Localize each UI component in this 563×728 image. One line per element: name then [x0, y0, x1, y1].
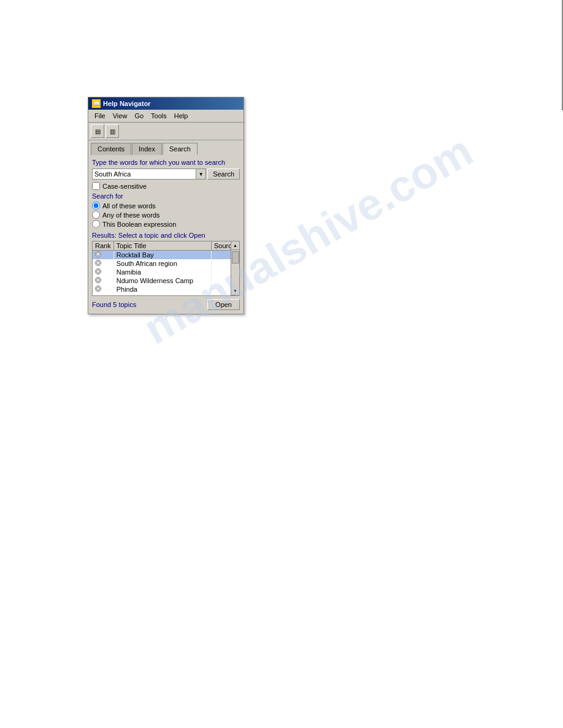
title-cell: Rocktail Bay: [113, 251, 211, 260]
results-table: Rank Topic Title Source Rocktail Bay Sou…: [93, 241, 239, 294]
table-row[interactable]: Rocktail Bay: [93, 251, 239, 260]
table-row[interactable]: Ndumo Wilderness Camp: [93, 276, 239, 285]
scrollbar-thumb[interactable]: [232, 251, 239, 264]
window-title: Help Navigator: [103, 100, 151, 107]
results-table-wrapper: Rank Topic Title Source Rocktail Bay Sou…: [92, 241, 240, 296]
case-sensitive-row: Case-sensitive: [92, 182, 240, 190]
search-input-wrapper: ▼: [92, 169, 206, 180]
rank-icon: [95, 251, 101, 257]
search-row: ▼ Search: [92, 169, 240, 180]
radio-all-words-row: All of these words: [92, 202, 240, 210]
open-button[interactable]: Open: [207, 299, 240, 310]
case-sensitive-checkbox[interactable]: [92, 182, 100, 190]
rank-cell: [93, 276, 113, 285]
title-cell: Namibia: [113, 268, 211, 276]
table-row[interactable]: Namibia: [93, 268, 239, 276]
search-for-label: Search for: [92, 192, 240, 200]
radio-any-words-row: Any of these words: [92, 211, 240, 219]
search-panel: Type the words for which you want to sea…: [88, 155, 243, 314]
radio-all-words-label: All of these words: [102, 202, 156, 210]
radio-boolean[interactable]: [92, 220, 100, 228]
found-topics-text: Found 5 topics: [92, 301, 136, 308]
help-navigator-window: 📖 Help Navigator File View Go Tools Help…: [88, 97, 244, 314]
menu-help[interactable]: Help: [170, 111, 192, 121]
radio-boolean-label: This Boolean expression: [102, 221, 176, 228]
case-sensitive-label: Case-sensitive: [102, 183, 147, 190]
search-dropdown-button[interactable]: ▼: [196, 169, 205, 179]
title-bar: 📖 Help Navigator: [88, 97, 243, 110]
toolbar-btn-1[interactable]: ▤: [91, 124, 104, 138]
menu-bar: File View Go Tools Help: [88, 110, 243, 123]
search-instruction: Type the words for which you want to sea…: [92, 159, 240, 166]
menu-view[interactable]: View: [109, 111, 131, 121]
radio-any-words-label: Any of these words: [102, 211, 160, 219]
search-button[interactable]: Search: [207, 169, 240, 180]
rank-icon: [95, 286, 101, 292]
table-row[interactable]: Phinda: [93, 285, 239, 294]
results-label: Results: Select a topic and click Open: [92, 232, 240, 239]
tab-search[interactable]: Search: [163, 143, 197, 155]
tab-index[interactable]: Index: [132, 143, 162, 155]
tab-contents[interactable]: Contents: [91, 143, 131, 155]
bottom-row: Found 5 topics Open: [92, 299, 240, 310]
title-cell: Ndumo Wilderness Camp: [113, 276, 211, 285]
scrollbar-up-button[interactable]: ▲: [231, 241, 239, 250]
rank-cell: [93, 268, 113, 276]
radio-any-words[interactable]: [92, 211, 100, 219]
toolbar-btn-2[interactable]: ▥: [105, 124, 119, 138]
toolbar: ▤ ▥: [88, 123, 243, 140]
radio-all-words[interactable]: [92, 202, 100, 210]
rank-cell: [93, 285, 113, 294]
scrollbar-down-button[interactable]: ▼: [231, 287, 239, 295]
window-icon: 📖: [92, 99, 101, 108]
title-cell: South African region: [113, 259, 211, 268]
tabs-bar: Contents Index Search: [88, 140, 243, 155]
scrollbar-track[interactable]: [231, 250, 239, 287]
results-scrollbar[interactable]: ▲ ▼: [231, 241, 239, 295]
table-row[interactable]: South African region: [93, 259, 239, 268]
col-title: Topic Title: [113, 241, 211, 251]
rank-cell: [93, 251, 113, 260]
col-rank: Rank: [93, 241, 113, 251]
menu-go[interactable]: Go: [131, 111, 147, 121]
rank-icon: [95, 260, 101, 266]
rank-icon: [95, 268, 101, 275]
menu-tools[interactable]: Tools: [147, 111, 170, 121]
rank-icon: [95, 277, 101, 283]
search-input[interactable]: [93, 169, 196, 179]
rank-cell: [93, 259, 113, 268]
radio-boolean-row: This Boolean expression: [92, 220, 240, 228]
menu-file[interactable]: File: [91, 111, 109, 121]
title-cell: Phinda: [113, 285, 211, 294]
